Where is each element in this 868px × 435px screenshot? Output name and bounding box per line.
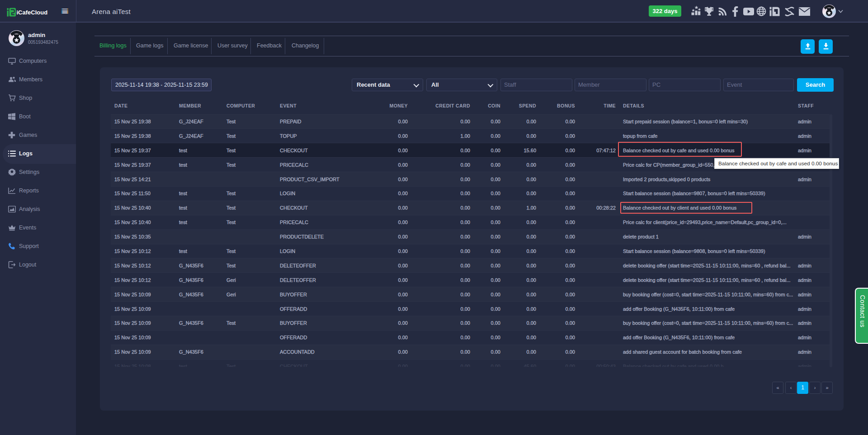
svg-text:iCafeCloud: iCafeCloud: [17, 9, 48, 16]
